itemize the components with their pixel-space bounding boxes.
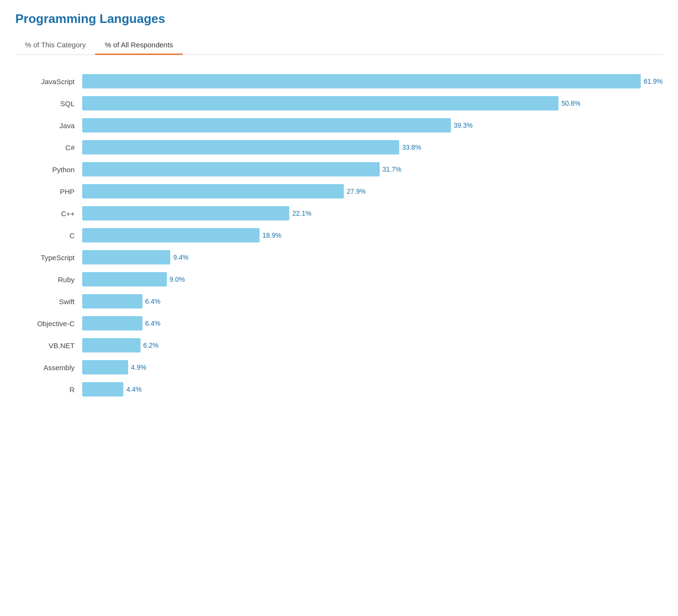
bar-label: R (15, 385, 82, 394)
bar-row: C++22.1% (15, 206, 663, 220)
bar-row: SQL50.8% (15, 96, 663, 110)
tab-bar: % of This Category % of All Respondents (15, 36, 663, 55)
bar-value-label: 6.2% (143, 341, 159, 349)
bar-label: Java (15, 121, 82, 130)
bar-fill (82, 316, 142, 330)
bar-fill (82, 96, 558, 110)
bar-wrapper: 61.9% (82, 74, 663, 88)
bar-fill (82, 140, 399, 154)
bar-value-label: 4.9% (131, 363, 146, 371)
bar-row: C18.9% (15, 228, 663, 242)
bar-value-label: 9.4% (173, 253, 188, 261)
bar-value-label: 6.4% (145, 297, 161, 305)
bar-wrapper: 6.2% (82, 338, 663, 352)
bar-wrapper: 6.4% (82, 316, 663, 330)
bar-fill (82, 250, 170, 264)
bar-wrapper: 27.9% (82, 184, 663, 198)
bar-label: SQL (15, 99, 82, 108)
bar-value-label: 27.9% (347, 187, 366, 195)
bar-label: VB.NET (15, 341, 82, 350)
bar-fill (82, 294, 142, 308)
bar-fill (82, 228, 260, 242)
bar-wrapper: 18.9% (82, 228, 663, 242)
bar-label: C++ (15, 209, 82, 218)
bar-value-label: 33.8% (402, 143, 421, 151)
bar-label: TypeScript (15, 253, 82, 262)
bar-wrapper: 9.4% (82, 250, 663, 264)
bar-value-label: 6.4% (145, 319, 161, 327)
bar-wrapper: 9.0% (82, 272, 663, 286)
bar-label: C# (15, 143, 82, 152)
bar-fill (82, 74, 641, 88)
bar-value-label: 39.3% (454, 121, 473, 129)
bar-fill (82, 382, 123, 396)
bar-value-label: 9.0% (170, 275, 185, 283)
bar-label: Python (15, 165, 82, 174)
bar-row: PHP27.9% (15, 184, 663, 198)
bar-wrapper: 50.8% (82, 96, 663, 110)
bar-row: JavaScript61.9% (15, 74, 663, 88)
bar-wrapper: 6.4% (82, 294, 663, 308)
bar-label: Ruby (15, 275, 82, 284)
bar-wrapper: 22.1% (82, 206, 663, 220)
bar-row: Objective-C6.4% (15, 316, 663, 330)
bar-label: Objective-C (15, 319, 82, 328)
bar-row: VB.NET6.2% (15, 338, 663, 352)
bar-value-label: 50.8% (561, 99, 580, 107)
bar-fill (82, 184, 344, 198)
bar-row: TypeScript9.4% (15, 250, 663, 264)
bar-row: C#33.8% (15, 140, 663, 154)
bar-wrapper: 31.7% (82, 162, 663, 176)
bar-fill (82, 360, 128, 374)
page-title: Programming Languages (15, 11, 663, 26)
bar-row: Ruby9.0% (15, 272, 663, 286)
tab-category[interactable]: % of This Category (15, 36, 95, 55)
bar-wrapper: 4.4% (82, 382, 663, 396)
bar-label: PHP (15, 187, 82, 196)
bar-chart: JavaScript61.9%SQL50.8%Java39.3%C#33.8%P… (15, 69, 663, 409)
bar-fill (82, 118, 451, 132)
bar-row: Assembly4.9% (15, 360, 663, 374)
bar-row: Python31.7% (15, 162, 663, 176)
bar-label: Assembly (15, 363, 82, 372)
bar-wrapper: 4.9% (82, 360, 663, 374)
bar-row: R4.4% (15, 382, 663, 396)
bar-value-label: 31.7% (383, 165, 402, 173)
bar-value-label: 22.1% (292, 209, 311, 217)
bar-value-label: 18.9% (262, 231, 282, 239)
bar-wrapper: 39.3% (82, 118, 663, 132)
bar-row: Swift6.4% (15, 294, 663, 308)
bar-fill (82, 162, 380, 176)
bar-row: Java39.3% (15, 118, 663, 132)
bar-wrapper: 33.8% (82, 140, 663, 154)
bar-fill (82, 206, 289, 220)
bar-label: C (15, 231, 82, 240)
bar-label: Swift (15, 297, 82, 306)
bar-fill (82, 338, 141, 352)
tab-all-respondents[interactable]: % of All Respondents (95, 36, 183, 55)
bar-fill (82, 272, 167, 286)
bar-value-label: 61.9% (644, 77, 663, 85)
bar-value-label: 4.4% (126, 385, 142, 393)
bar-label: JavaScript (15, 77, 82, 86)
